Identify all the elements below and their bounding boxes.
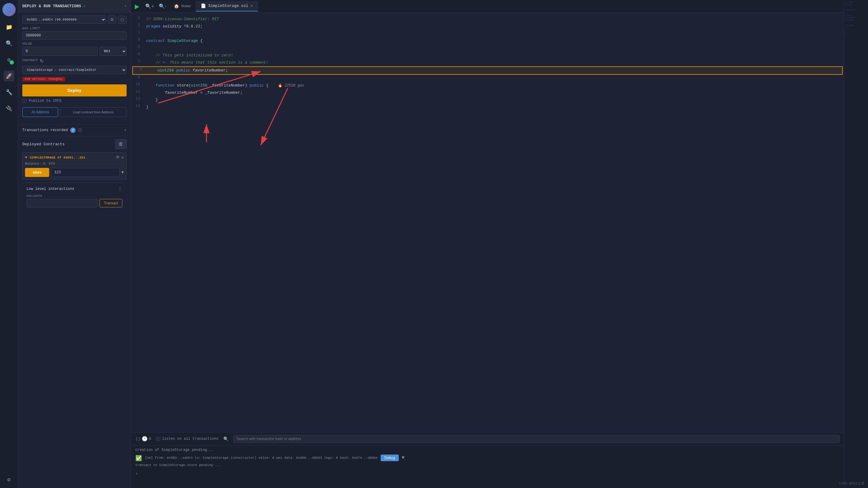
watermark: CSDN @纯洁之者 bbox=[839, 481, 864, 486]
evm-badge: evm version: shanghai bbox=[22, 77, 65, 81]
publish-checkbox[interactable] bbox=[22, 99, 27, 103]
listen-checkbox[interactable] bbox=[156, 437, 160, 441]
code-line-11: 11 favoriteNumber = _favoriteNumber; bbox=[131, 89, 844, 96]
at-address-button[interactable]: At Address bbox=[22, 107, 58, 117]
home-tab-label: Home bbox=[181, 4, 191, 8]
search-icon[interactable]: 🔍 bbox=[223, 436, 228, 441]
refresh-contract-button[interactable]: ↻ bbox=[40, 58, 44, 64]
tab-bar: ▶ 🔍+ 🔍- 🏠 Home 📄 SimpleStorage.sol ✕ bbox=[131, 0, 844, 13]
contract-chevron-icon[interactable]: ▼ bbox=[25, 155, 27, 160]
load-contract-button[interactable]: Load contract from Address bbox=[60, 107, 127, 117]
code-line-3: 3 bbox=[131, 30, 844, 37]
value-unit-select[interactable]: Wei Gwei Finney Ether bbox=[99, 47, 127, 56]
account-select[interactable]: 0x5B3...eddC4 (99.9999999 bbox=[22, 16, 106, 24]
sidebar-item-settings[interactable]: ⚙ bbox=[4, 474, 14, 485]
file-tab-label: SimpleStorage.sol bbox=[208, 4, 248, 8]
code-line-9: 9 bbox=[131, 75, 844, 82]
tab-simplestorage[interactable]: 📄 SimpleStorage.sol ✕ bbox=[196, 1, 258, 11]
low-level-header: Low level interactions ⋮ bbox=[27, 186, 122, 192]
transactions-chevron-icon[interactable]: › bbox=[124, 127, 127, 133]
store-input[interactable] bbox=[51, 168, 120, 177]
value-input[interactable] bbox=[22, 47, 98, 56]
mini-map: // SPDXpragmacontract { //init //comment… bbox=[844, 0, 868, 488]
transactions-count-badge: 2 bbox=[70, 127, 76, 133]
app-logo bbox=[2, 3, 16, 16]
low-level-menu-icon[interactable]: ⋮ bbox=[118, 186, 122, 192]
log-success-row: ✅ [vm] from: 0x5B3...eddC4 to: SimpleSto… bbox=[135, 455, 840, 461]
address-row: At Address Load contract from Address bbox=[22, 107, 127, 117]
store-button[interactable]: store bbox=[25, 168, 49, 177]
deploy-button[interactable]: Deploy bbox=[22, 84, 127, 96]
bottom-chevron-icon[interactable]: › bbox=[131, 469, 844, 478]
contract-row: CONTRACT ↻ bbox=[22, 58, 127, 64]
sidebar-item-search[interactable]: 🔍 bbox=[4, 38, 14, 49]
value-label: VALUE bbox=[22, 42, 127, 45]
zoom-out-button[interactable]: 🔍- bbox=[156, 1, 169, 11]
code-editor[interactable]: 1 // SPDX-License-Identifier: MIT 2 prag… bbox=[131, 13, 844, 432]
deployed-contracts-title: Deployed Contracts bbox=[22, 142, 64, 147]
store-chevron-icon[interactable]: ▼ bbox=[121, 170, 124, 175]
deployed-header: Deployed Contracts 🗑 bbox=[22, 139, 127, 149]
close-contract-icon[interactable]: ✕ bbox=[121, 155, 124, 160]
deployed-contracts-section: Deployed Contracts 🗑 ▼ SIMPLESTORAGE AT … bbox=[18, 136, 131, 213]
bottom-panel: ⟨⟩ 🕐 0 listen on all transactions 🔍 crea… bbox=[131, 432, 844, 488]
code-line-7: 7 // <- This means that this section is … bbox=[131, 59, 844, 66]
sidebar-item-debug[interactable]: 🔧 bbox=[4, 87, 14, 98]
transactions-recorded-row: Transactions recorded 2 ⓘ › bbox=[18, 124, 131, 136]
title-check-icon: ✓ bbox=[84, 4, 86, 8]
code-line-10: 10 function store(uint256 _favoriteNumbe… bbox=[131, 82, 844, 89]
contract-select[interactable]: SimpleStorage - contract/SimpleStor bbox=[22, 66, 127, 74]
sidebar-item-compiler[interactable]: ⚙ ✓ bbox=[4, 54, 14, 65]
transactions-recorded-label: Transactions recorded bbox=[22, 128, 68, 132]
success-icon: ✅ bbox=[135, 455, 142, 461]
expand-icon[interactable]: ⟨⟩ bbox=[135, 436, 141, 441]
copy-account-button[interactable]: ⧉ bbox=[108, 16, 116, 24]
code-line-5: 5 bbox=[131, 44, 844, 52]
run-button[interactable]: ▶ bbox=[131, 0, 143, 12]
transactions-info-icon: ⓘ bbox=[78, 127, 82, 133]
transact-button[interactable]: Transact bbox=[99, 199, 122, 207]
log-expand-icon[interactable]: ▼ bbox=[402, 455, 405, 461]
low-level-title: Low level interactions bbox=[27, 187, 74, 191]
panel-title: DEPLOY & RUN TRANSACTIONS ✓ bbox=[22, 4, 86, 8]
gas-limit-label: GAS LIMIT bbox=[22, 27, 127, 30]
code-line-4: 4 contract SimpleStorage { bbox=[131, 37, 844, 44]
compiler-check-badge: ✓ bbox=[10, 60, 14, 64]
publish-row: Publish to IPFS bbox=[22, 99, 127, 103]
open-account-button[interactable]: ⬡ bbox=[118, 16, 127, 24]
tab-close-icon[interactable]: ✕ bbox=[251, 4, 253, 8]
code-line-8-highlighted: 8 uint256 public favoriteNumber; bbox=[132, 66, 843, 75]
code-line-13: 13 } bbox=[131, 104, 844, 111]
contract-instance-name-row: ▼ SIMPLESTORAGE AT 0XD91...391 bbox=[25, 155, 85, 160]
clock-icon[interactable]: 🕐 bbox=[142, 436, 148, 442]
log-transact-text: transact to SimpleStorage.store pending … bbox=[135, 463, 840, 467]
listen-label: listen on all transactions bbox=[162, 437, 218, 441]
sidebar: 📁 🔍 ⚙ ✓ 🚀 🔧 🔌 ⚙ bbox=[0, 0, 18, 488]
svg-point-1 bbox=[8, 9, 10, 10]
sidebar-item-plugins[interactable]: 🔌 bbox=[4, 103, 14, 114]
contract-balance: Balance: 0. ETH bbox=[25, 162, 124, 165]
calldata-input[interactable] bbox=[27, 199, 98, 207]
code-line-6: 6 // This gets initialized to zero! bbox=[131, 52, 844, 59]
log-pending-text: creation of SimpleStorage pending... bbox=[135, 448, 840, 452]
left-panel: DEPLOY & RUN TRANSACTIONS ✓ › 0x5B3...ed… bbox=[18, 0, 131, 488]
debug-button[interactable]: Debug bbox=[381, 455, 398, 461]
zoom-in-button[interactable]: 🔍+ bbox=[143, 1, 156, 11]
copy-contract-icon[interactable]: ⧉ bbox=[116, 155, 119, 160]
sidebar-item-deploy[interactable]: 🚀 bbox=[4, 70, 14, 81]
panel-header: DEPLOY & RUN TRANSACTIONS ✓ › bbox=[18, 0, 131, 12]
sol-tab-icon: 📄 bbox=[201, 3, 206, 8]
search-tx-input[interactable] bbox=[233, 435, 840, 443]
tab-home[interactable]: 🏠 Home bbox=[169, 1, 196, 11]
bottom-toolbar: ⟨⟩ 🕐 0 listen on all transactions 🔍 bbox=[131, 432, 844, 446]
contract-instance-header: ▼ SIMPLESTORAGE AT 0XD91...391 ⧉ ✕ bbox=[25, 155, 124, 160]
home-tab-icon: 🏠 bbox=[174, 4, 179, 9]
low-level-section: Low level interactions ⋮ CALLDATA Transa… bbox=[22, 183, 127, 210]
calldata-row: Transact bbox=[27, 199, 122, 207]
contract-instance-actions: ⧉ ✕ bbox=[116, 155, 124, 160]
log-vm-text: [vm] from: 0x5B3...eddC4 to: SimpleStora… bbox=[145, 455, 378, 461]
log-vm-row: [vm] from: 0x5B3...eddC4 to: SimpleStora… bbox=[145, 455, 840, 461]
trash-button[interactable]: 🗑 bbox=[115, 139, 127, 149]
sidebar-item-files[interactable]: 📁 bbox=[4, 22, 14, 33]
gas-limit-input[interactable] bbox=[22, 31, 127, 40]
